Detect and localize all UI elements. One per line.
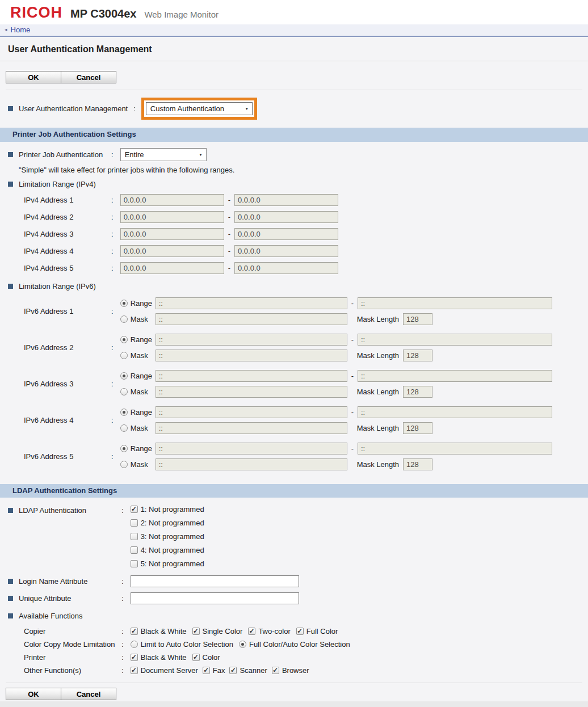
other-document-server-checkbox[interactable]: ✓ Document Server [131, 666, 198, 675]
bullet-icon [8, 579, 13, 584]
printer-job-section-header: Printer Job Authentication Settings [0, 128, 588, 142]
ipv4-1-to-input[interactable] [234, 194, 338, 206]
color-copy-mode-row: Color Copy Mode Limitation : Limit to Au… [0, 640, 588, 649]
ipv6-1-mask-radio[interactable]: Mask [120, 315, 156, 323]
copier-bw-checkbox[interactable]: ✓ Black & White [131, 627, 187, 636]
login-name-attribute-row: Login Name Attribute : [0, 575, 588, 587]
ipv6-4-mask-radio[interactable]: Mask [120, 424, 156, 432]
ipv6-3-range-radio[interactable]: Range [120, 372, 156, 380]
ipv4-4-to-input[interactable] [234, 245, 338, 257]
user-auth-select[interactable]: Custom Authentication ▾ [146, 102, 253, 115]
ipv6-1-mask-length-input[interactable] [403, 313, 432, 325]
ipv4-2-to-input[interactable] [234, 211, 338, 223]
radio-icon [120, 445, 128, 452]
bullet-icon [8, 596, 13, 601]
ipv6-3-range-to-input[interactable] [358, 370, 552, 382]
ldap-server-1-label: 1: Not programmed [141, 505, 204, 514]
ipv6-5-range-from-input[interactable] [156, 443, 347, 455]
copier-single-color-checkbox[interactable]: ✓ Single Color [192, 627, 243, 636]
cancel-button[interactable]: Cancel [61, 71, 116, 83]
ipv6-4-mask-input[interactable] [156, 422, 347, 434]
home-link[interactable]: Home [11, 26, 31, 34]
ipv6-2-mask-radio[interactable]: Mask [120, 351, 156, 360]
device-model: MP C3004ex [70, 8, 136, 19]
bottom-action-buttons: OK Cancel [6, 688, 588, 700]
printer-bw-checkbox[interactable]: ✓ Black & White [131, 653, 187, 662]
ipv4-5-from-input[interactable] [120, 262, 224, 274]
ipv6-1-range-to-input[interactable] [358, 297, 552, 309]
checkbox-icon: ✓ [131, 667, 138, 674]
ldap-auth-label: LDAP Authentication [19, 506, 86, 515]
app-name: Web Image Monitor [144, 10, 219, 19]
ipv4-2-from-input[interactable] [120, 211, 224, 223]
other-fax-checkbox[interactable]: ✓ Fax [203, 666, 225, 675]
ipv6-limitation-label: Limitation Range (IPv6) [19, 282, 96, 291]
ipv4-limitation-heading: Limitation Range (IPv4) [0, 180, 588, 188]
ldap-server-1-checkbox[interactable]: ✓ 1: Not programmed [131, 505, 204, 514]
other-document-server-label: Document Server [141, 666, 198, 675]
unique-attribute-input[interactable] [131, 592, 299, 604]
checkbox-icon: ✓ [248, 628, 255, 635]
ok-button[interactable]: OK [6, 71, 61, 83]
copier-full-color-checkbox[interactable]: ✓ Full Color [296, 627, 338, 636]
colon: : [121, 653, 124, 662]
full-color-auto-radio[interactable]: Full Color/Auto Color Selection [239, 640, 350, 649]
ipv6-4-range-radio[interactable]: Range [120, 408, 156, 416]
ipv6-4-range-to-input[interactable] [358, 406, 552, 418]
ipv4-address-row-1: IPv4 Address 1 : - [0, 194, 588, 206]
page-title: User Authentication Management [8, 44, 152, 54]
ipv6-2-range-radio[interactable]: Range [120, 335, 156, 344]
ipv6-5-range-radio[interactable]: Range [120, 444, 156, 453]
ldap-server-2-checkbox[interactable]: ✓ 2: Not programmed [131, 519, 204, 527]
ipv4-4-from-input[interactable] [120, 245, 224, 257]
ldap-server-3-label: 3: Not programmed [141, 532, 204, 541]
ipv6-4-range-from-input[interactable] [156, 406, 347, 418]
ipv6-5-range-to-input[interactable] [358, 443, 552, 455]
ipv6-1-range-from-input[interactable] [156, 297, 347, 309]
ipv6-3-mask-length-input[interactable] [403, 386, 432, 398]
printer-job-auth-select[interactable]: Entire ▾ [120, 148, 207, 161]
ipv4-1-from-input[interactable] [120, 194, 224, 206]
ipv6-5-mask-radio[interactable]: Mask [120, 460, 156, 469]
cancel-button-bottom[interactable]: Cancel [61, 688, 116, 700]
ipv6-2-mask-input[interactable] [156, 350, 347, 361]
ipv6-2-mask-length-input[interactable] [403, 350, 432, 361]
ipv6-5-mask-input[interactable] [156, 458, 347, 470]
ipv6-4-mask-length-input[interactable] [403, 422, 432, 434]
mask-length-label: Mask Length [357, 315, 399, 323]
ipv6-1-range-radio[interactable]: Range [120, 299, 156, 308]
ok-button-bottom[interactable]: OK [6, 688, 61, 700]
app-header: RICOH MP C3004ex Web Image Monitor [0, 0, 588, 24]
ipv6-3-mask-radio[interactable]: Mask [120, 388, 156, 396]
color-copy-mode-label: Color Copy Mode Limitation [24, 640, 115, 649]
divider [6, 683, 582, 683]
ipv6-1-mask-input[interactable] [156, 313, 347, 325]
ipv6-2-range-from-input[interactable] [156, 334, 347, 346]
range-dash: - [351, 299, 354, 308]
ipv6-3-mask-input[interactable] [156, 386, 347, 398]
other-scanner-checkbox[interactable]: ✓ Scanner [229, 666, 267, 675]
printer-color-checkbox[interactable]: ✓ Color [192, 653, 220, 662]
ldap-server-4-checkbox[interactable]: ✓ 4: Not programmed [131, 546, 204, 554]
limit-auto-color-radio[interactable]: Limit to Auto Color Selection [131, 640, 233, 649]
other-functions-label: Other Function(s) [24, 666, 81, 675]
ldap-server-3-checkbox[interactable]: ✓ 3: Not programmed [131, 532, 204, 541]
ipv4-3-to-input[interactable] [234, 228, 338, 240]
highlight-annotation: Custom Authentication ▾ [141, 98, 257, 120]
copier-two-color-checkbox[interactable]: ✓ Two-color [248, 627, 290, 636]
ipv6-5-mask-length-input[interactable] [403, 458, 432, 470]
ldap-server-5-checkbox[interactable]: ✓ 5: Not programmed [131, 559, 204, 568]
ipv4-address-1-label: IPv4 Address 1 [24, 196, 73, 204]
colon: : [111, 307, 114, 315]
ipv6-3-range-from-input[interactable] [156, 370, 347, 382]
ipv6-address-5-label: IPv6 Address 5 [24, 452, 73, 461]
ipv6-2-range-to-input[interactable] [358, 334, 552, 346]
other-browser-checkbox[interactable]: ✓ Browser [272, 666, 309, 675]
ipv4-address-row-3: IPv4 Address 3 : - [0, 228, 588, 240]
ipv4-5-to-input[interactable] [234, 262, 338, 274]
available-functions-heading: Available Functions [0, 612, 588, 620]
limit-auto-color-label: Limit to Auto Color Selection [141, 640, 233, 649]
ipv4-3-from-input[interactable] [120, 228, 224, 240]
login-name-attribute-input[interactable] [131, 575, 299, 587]
range-dash: - [351, 335, 354, 344]
